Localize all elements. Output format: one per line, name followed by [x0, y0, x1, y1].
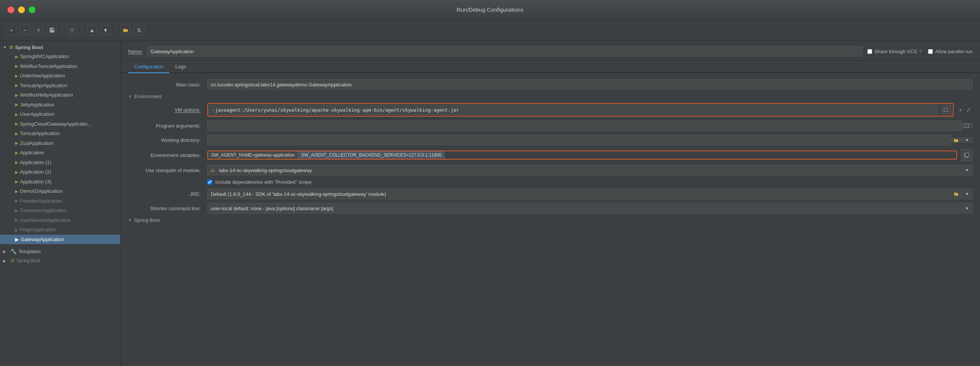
env-section-arrow: ▼: [128, 94, 132, 99]
sidebar-item-tomcatapr[interactable]: ▶ TomcatAprApplication: [0, 81, 120, 91]
toolbar: + − ⎘ ▲ ▼ ⇅: [0, 20, 980, 41]
program-args-expand-button[interactable]: [961, 123, 972, 128]
sidebar-item-provider[interactable]: ▶ ProviderApplication: [0, 196, 120, 206]
vm-options-row: VM options: + ⤢: [128, 103, 972, 117]
working-dir-input[interactable]: [207, 135, 951, 145]
springboot-bottom[interactable]: ▶ ⚙ Spring Boot: [0, 257, 120, 265]
run-icon: ▶: [15, 82, 18, 89]
sidebar-item-demo02[interactable]: ▶ Demo02Application: [0, 186, 120, 196]
shorten-cmd-value: user-local default: none - java [options…: [207, 203, 962, 214]
item-label: Application (3): [20, 178, 51, 185]
item-label: Demo02Application: [20, 187, 62, 195]
share-vcs-label: Share through VCS: [875, 49, 917, 54]
vm-add-button[interactable]: +: [958, 106, 963, 113]
jre-value: Default (1.8.0_144 - SDK of 'labx-14-sc-…: [207, 189, 951, 199]
jre-dropdown-button[interactable]: ▼: [962, 189, 972, 199]
config-header: Name: Share through VCS ? Allow parallel…: [121, 41, 980, 61]
spring-boot-bottom-section[interactable]: ▼ Spring Boot: [128, 217, 972, 223]
program-args-input[interactable]: [207, 120, 961, 131]
classpath-row: Use classpath of module: 🗂 ▼: [128, 165, 972, 176]
sidebar-item-application2[interactable]: ▶ Application (2): [0, 167, 120, 177]
run-icon: ▶: [15, 179, 18, 185]
sidebar-item-feign[interactable]: ▶ FeignApplication: [0, 225, 120, 235]
item-label: TomcatApplication: [20, 130, 60, 137]
vm-options-input[interactable]: [209, 104, 938, 115]
templates-section[interactable]: ▶ 🔧 Templates: [0, 246, 120, 257]
working-dir-folder-button[interactable]: [951, 138, 962, 142]
tab-configuration[interactable]: Configuration: [128, 61, 169, 73]
main-class-input[interactable]: [207, 79, 963, 90]
svg-rect-1: [51, 28, 53, 30]
run-icon: ▶: [15, 198, 18, 204]
classpath-dropdown-button[interactable]: ▼: [962, 165, 972, 176]
add-config-button[interactable]: +: [6, 25, 17, 35]
copy-config-button[interactable]: ⎘: [33, 25, 44, 35]
run-icon: ▶: [15, 54, 18, 60]
jre-browse-button[interactable]: [951, 189, 962, 199]
env-vars-empty: [445, 151, 957, 159]
run-icon: ▶: [15, 217, 18, 224]
run-icon: ▶: [15, 169, 18, 176]
share-vcs-checkbox[interactable]: [867, 49, 872, 54]
sidebar-item-webflux-netty[interactable]: ▶ WebfluxNettyApplication: [0, 90, 120, 100]
minimize-button[interactable]: [18, 6, 25, 13]
run-icon: ▶: [15, 236, 19, 243]
run-icon: ▶: [15, 150, 18, 156]
window-controls: [8, 6, 35, 13]
maximize-button[interactable]: [29, 6, 35, 13]
working-dir-arrow-button[interactable]: ▼: [962, 137, 972, 142]
vm-expand2-button[interactable]: ⤢: [965, 106, 972, 113]
sidebar-item-consumer[interactable]: ▶ ConsumerApplication: [0, 206, 120, 216]
run-icon: ▶: [15, 188, 18, 195]
classpath-label: Use classpath of module:: [128, 168, 204, 173]
env-vars-copy-button[interactable]: [961, 149, 972, 161]
sidebar-item-undertow[interactable]: ▶ UndertowApplication: [0, 71, 120, 81]
tab-logs[interactable]: Logs: [169, 61, 192, 73]
sidebar-item-gateway[interactable]: ▶ GatewayApplication: [0, 235, 120, 245]
vm-options-label: VM options:: [128, 107, 204, 113]
classpath-input[interactable]: [207, 165, 962, 176]
main-class-browse-button[interactable]: ...: [963, 79, 972, 90]
sidebar: ▼ ⚙ Spring Boot ▶ SpringMVCApplication ▶…: [0, 41, 121, 366]
allow-parallel-checkbox[interactable]: [928, 49, 933, 54]
save-config-button[interactable]: [47, 25, 57, 35]
folder-button[interactable]: [120, 25, 131, 35]
move-down-button[interactable]: ▼: [100, 25, 111, 35]
config-name-input[interactable]: [147, 46, 863, 57]
sb-bottom-arrow: ▶: [3, 259, 9, 263]
sidebar-item-userservice[interactable]: ▶ UserServiceApplication: [0, 216, 120, 225]
env-var-1[interactable]: SW_AGENT_NAME=gateway-application: [208, 151, 298, 159]
run-icon: ▶: [15, 111, 18, 118]
sidebar-item-zuul[interactable]: ▶ ZuulApplication: [0, 139, 120, 148]
remove-config-button[interactable]: −: [20, 25, 30, 35]
sort-button[interactable]: ⇅: [134, 25, 144, 35]
working-dir-label: Working directory:: [128, 137, 204, 143]
wrench-icon: 🔧: [11, 249, 17, 254]
settings-button[interactable]: [67, 25, 77, 35]
move-up-button[interactable]: ▲: [87, 25, 97, 35]
sidebar-item-webflux-tomcat[interactable]: ▶ WebfluxTomcatApplication: [0, 61, 120, 71]
include-deps-label: Include dependencies with "Provided" sco…: [215, 179, 312, 185]
spring-boot-label: Spring Boot: [15, 45, 43, 50]
environment-section[interactable]: ▼ Environment: [128, 94, 972, 99]
include-deps-checkbox[interactable]: [207, 180, 212, 184]
sidebar-item-jetty[interactable]: ▶ JettyApplication: [0, 100, 120, 110]
sidebar-item-springcloud-gateway[interactable]: ▶ SpringCloudGatewayApplicatio…: [0, 119, 120, 129]
close-button[interactable]: [8, 6, 14, 13]
titlebar: Run/Debug Configurations: [0, 0, 980, 20]
sidebar-item-application[interactable]: ▶ Application: [0, 148, 120, 158]
sidebar-item-application1[interactable]: ▶ Application (1): [0, 158, 120, 168]
spring-boot-section[interactable]: ▼ ⚙ Spring Boot: [0, 43, 120, 52]
sidebar-item-user[interactable]: ▶ UserApplication: [0, 109, 120, 119]
sidebar-item-application3[interactable]: ▶ Application (3): [0, 177, 120, 187]
run-icon: ▶: [15, 159, 18, 166]
vm-actions: + ⤢: [958, 106, 972, 113]
run-icon: ▶: [15, 73, 18, 79]
env-vars-row: Environment variables: SW_AGENT_NAME=gat…: [128, 149, 972, 161]
vm-expand-button[interactable]: [940, 104, 951, 115]
run-icon: ▶: [15, 131, 18, 137]
sidebar-item-springmvc[interactable]: ▶ SpringMVCApplication: [0, 52, 120, 61]
env-var-2[interactable]: SW_AGENT_COLLECTOR_BACKEND_SERVICES=127.…: [298, 151, 445, 159]
sidebar-item-tomcat[interactable]: ▶ TomcatApplication: [0, 129, 120, 139]
shorten-cmd-dropdown-button[interactable]: ▼: [962, 203, 972, 214]
